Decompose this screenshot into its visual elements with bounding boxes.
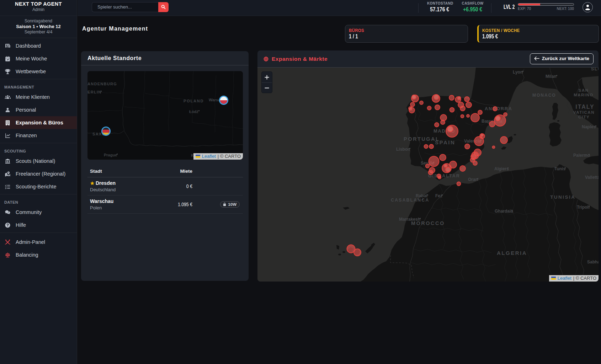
svg-text:ANDORRA: ANDORRA <box>485 106 512 111</box>
svg-text:CITY: CITY <box>578 115 590 119</box>
svg-text:Algiers: Algiers <box>494 166 509 171</box>
svg-text:MOROCCO: MOROCCO <box>411 220 445 226</box>
svg-text:Naples: Naples <box>582 124 596 129</box>
svg-text:TUNISIA: TUNISIA <box>550 194 576 200</box>
svg-text:GIBRALTAR: GIBRALTAR <box>428 173 460 178</box>
svg-text:Łódź: Łódź <box>189 109 198 114</box>
svg-text:Warsa: Warsa <box>209 98 220 102</box>
svg-text:PORTUGAL: PORTUGAL <box>404 136 440 142</box>
svg-text:Milan: Milan <box>546 74 557 79</box>
svg-text:Oran: Oran <box>468 177 478 182</box>
svg-text:MONACO: MONACO <box>532 93 556 98</box>
svg-text:Tripoli: Tripoli <box>577 205 590 210</box>
svg-text:Tunis: Tunis <box>554 166 565 171</box>
svg-text:Fez: Fez <box>435 193 442 198</box>
svg-text:Lyon: Lyon <box>513 70 523 75</box>
svg-text:SLO: SLO <box>591 68 599 71</box>
svg-text:ANDENBURG: ANDENBURG <box>87 82 117 86</box>
svg-text:ERLIN: ERLIN <box>87 90 102 94</box>
svg-text:SAN: SAN <box>579 88 589 92</box>
svg-text:Lisbon: Lisbon <box>396 147 410 152</box>
svg-text:Valletta: Valletta <box>585 175 599 180</box>
svg-text:CASABLANCA: CASABLANCA <box>391 198 429 203</box>
svg-text:Prague: Prague <box>104 153 117 157</box>
svg-text:Sabha: Sabha <box>587 259 599 264</box>
svg-text:SPAIN: SPAIN <box>435 139 455 145</box>
svg-text:Ghardaia: Ghardaia <box>495 209 513 214</box>
svg-text:VATICAN: VATICAN <box>573 110 595 114</box>
svg-text:MARINO: MARINO <box>574 93 594 97</box>
svg-text:Palermo: Palermo <box>573 153 590 158</box>
svg-text:POLAND: POLAND <box>184 99 204 103</box>
svg-text:ALGERIA: ALGERIA <box>497 250 527 256</box>
svg-text:ITALY: ITALY <box>575 104 595 110</box>
